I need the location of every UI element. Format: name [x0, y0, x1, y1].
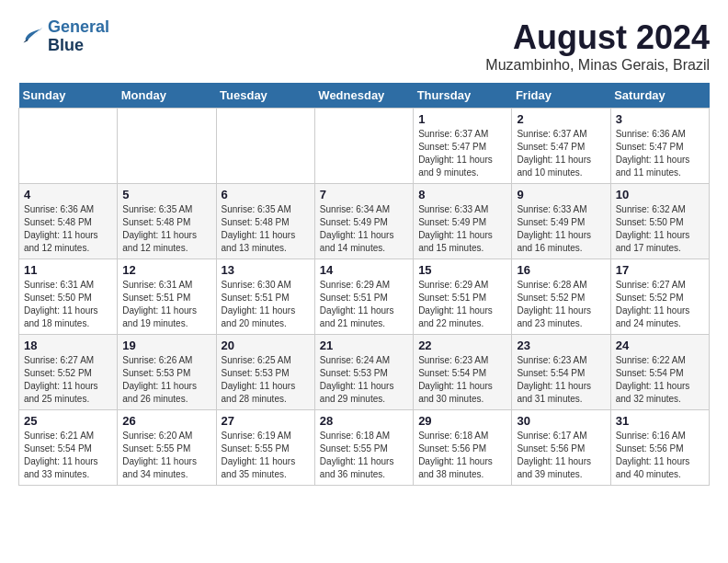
day-info: Sunrise: 6:33 AM Sunset: 5:49 PM Dayligh… [418, 203, 506, 255]
day-number: 26 [122, 414, 210, 428]
day-info: Sunrise: 6:31 AM Sunset: 5:50 PM Dayligh… [24, 279, 112, 330]
day-info: Sunrise: 6:27 AM Sunset: 5:52 PM Dayligh… [24, 354, 112, 406]
title-block: August 2024 Muzambinho, Minas Gerais, Br… [485, 18, 710, 74]
day-number: 4 [24, 188, 112, 201]
header-thursday: Thursday [414, 83, 512, 109]
day-cell [216, 109, 314, 184]
day-number: 16 [517, 263, 605, 277]
day-info: Sunrise: 6:21 AM Sunset: 5:54 PM Dayligh… [24, 430, 112, 481]
day-cell: 8Sunrise: 6:33 AM Sunset: 5:49 PM Daylig… [414, 184, 512, 259]
day-info: Sunrise: 6:17 AM Sunset: 5:56 PM Dayligh… [517, 430, 605, 481]
day-info: Sunrise: 6:19 AM Sunset: 5:55 PM Dayligh… [222, 430, 310, 481]
day-cell: 6Sunrise: 6:35 AM Sunset: 5:48 PM Daylig… [216, 184, 314, 259]
day-number: 28 [320, 414, 408, 428]
day-number: 31 [616, 414, 704, 428]
day-cell: 29Sunrise: 6:18 AM Sunset: 5:56 PM Dayli… [414, 410, 512, 486]
day-info: Sunrise: 6:37 AM Sunset: 5:47 PM Dayligh… [517, 128, 605, 179]
day-cell: 15Sunrise: 6:29 AM Sunset: 5:51 PM Dayli… [414, 259, 512, 335]
day-number: 23 [517, 339, 605, 352]
day-cell: 27Sunrise: 6:19 AM Sunset: 5:55 PM Dayli… [216, 410, 314, 486]
day-cell: 22Sunrise: 6:23 AM Sunset: 5:54 PM Dayli… [414, 335, 512, 410]
day-number: 5 [122, 188, 210, 201]
day-cell: 16Sunrise: 6:28 AM Sunset: 5:52 PM Dayli… [512, 259, 610, 335]
day-number: 10 [616, 188, 704, 201]
day-number: 25 [24, 414, 112, 428]
week-row-5: 25Sunrise: 6:21 AM Sunset: 5:54 PM Dayli… [19, 410, 710, 486]
day-number: 20 [222, 339, 310, 352]
calendar-table: SundayMondayTuesdayWednesdayThursdayFrid… [18, 83, 710, 486]
day-info: Sunrise: 6:35 AM Sunset: 5:48 PM Dayligh… [222, 203, 310, 255]
day-number: 30 [517, 414, 605, 428]
day-info: Sunrise: 6:16 AM Sunset: 5:56 PM Dayligh… [616, 430, 704, 481]
day-cell: 28Sunrise: 6:18 AM Sunset: 5:55 PM Dayli… [314, 410, 413, 486]
day-info: Sunrise: 6:30 AM Sunset: 5:51 PM Dayligh… [222, 279, 310, 330]
day-info: Sunrise: 6:23 AM Sunset: 5:54 PM Dayligh… [418, 354, 506, 406]
day-info: Sunrise: 6:28 AM Sunset: 5:52 PM Dayligh… [517, 279, 605, 330]
day-info: Sunrise: 6:22 AM Sunset: 5:54 PM Dayligh… [616, 354, 704, 406]
day-number: 6 [222, 188, 310, 201]
week-row-1: 1Sunrise: 6:37 AM Sunset: 5:47 PM Daylig… [19, 109, 710, 184]
day-cell: 7Sunrise: 6:34 AM Sunset: 5:49 PM Daylig… [314, 184, 413, 259]
day-info: Sunrise: 6:27 AM Sunset: 5:52 PM Dayligh… [616, 279, 704, 330]
day-cell [19, 109, 118, 184]
day-number: 8 [418, 188, 506, 201]
day-number: 7 [320, 188, 408, 201]
day-cell: 26Sunrise: 6:20 AM Sunset: 5:55 PM Dayli… [118, 410, 216, 486]
logo: General Blue [18, 18, 109, 55]
day-cell: 3Sunrise: 6:36 AM Sunset: 5:47 PM Daylig… [610, 109, 709, 184]
day-number: 11 [24, 263, 112, 277]
day-number: 19 [122, 339, 210, 352]
header-saturday: Saturday [610, 83, 709, 109]
calendar-header-row: SundayMondayTuesdayWednesdayThursdayFrid… [19, 83, 710, 109]
day-cell: 11Sunrise: 6:31 AM Sunset: 5:50 PM Dayli… [19, 259, 118, 335]
month-title: August 2024 [485, 18, 710, 57]
day-cell: 13Sunrise: 6:30 AM Sunset: 5:51 PM Dayli… [216, 259, 314, 335]
day-cell: 9Sunrise: 6:33 AM Sunset: 5:49 PM Daylig… [512, 184, 610, 259]
day-number: 9 [517, 188, 605, 201]
day-info: Sunrise: 6:36 AM Sunset: 5:47 PM Dayligh… [616, 128, 704, 179]
day-cell [314, 109, 413, 184]
day-cell: 24Sunrise: 6:22 AM Sunset: 5:54 PM Dayli… [610, 335, 709, 410]
header-tuesday: Tuesday [216, 83, 314, 109]
day-info: Sunrise: 6:29 AM Sunset: 5:51 PM Dayligh… [320, 279, 408, 330]
day-number: 18 [24, 339, 112, 352]
day-info: Sunrise: 6:35 AM Sunset: 5:48 PM Dayligh… [122, 203, 210, 255]
day-number: 12 [122, 263, 210, 277]
day-number: 24 [616, 339, 704, 352]
page-header: General Blue August 2024 Muzambinho, Min… [18, 18, 710, 74]
day-cell: 2Sunrise: 6:37 AM Sunset: 5:47 PM Daylig… [512, 109, 610, 184]
day-cell: 12Sunrise: 6:31 AM Sunset: 5:51 PM Dayli… [118, 259, 216, 335]
day-cell: 19Sunrise: 6:26 AM Sunset: 5:53 PM Dayli… [118, 335, 216, 410]
day-number: 17 [616, 263, 704, 277]
day-cell: 25Sunrise: 6:21 AM Sunset: 5:54 PM Dayli… [19, 410, 118, 486]
day-cell: 30Sunrise: 6:17 AM Sunset: 5:56 PM Dayli… [512, 410, 610, 486]
week-row-4: 18Sunrise: 6:27 AM Sunset: 5:52 PM Dayli… [19, 335, 710, 410]
day-info: Sunrise: 6:20 AM Sunset: 5:55 PM Dayligh… [122, 430, 210, 481]
day-cell: 10Sunrise: 6:32 AM Sunset: 5:50 PM Dayli… [610, 184, 709, 259]
day-cell: 31Sunrise: 6:16 AM Sunset: 5:56 PM Dayli… [610, 410, 709, 486]
day-cell: 1Sunrise: 6:37 AM Sunset: 5:47 PM Daylig… [414, 109, 512, 184]
header-friday: Friday [512, 83, 610, 109]
logo-icon [18, 24, 44, 50]
day-info: Sunrise: 6:34 AM Sunset: 5:49 PM Dayligh… [320, 203, 408, 255]
day-info: Sunrise: 6:36 AM Sunset: 5:48 PM Dayligh… [24, 203, 112, 255]
day-info: Sunrise: 6:23 AM Sunset: 5:54 PM Dayligh… [517, 354, 605, 406]
day-cell: 23Sunrise: 6:23 AM Sunset: 5:54 PM Dayli… [512, 335, 610, 410]
day-cell: 21Sunrise: 6:24 AM Sunset: 5:53 PM Dayli… [314, 335, 413, 410]
week-row-3: 11Sunrise: 6:31 AM Sunset: 5:50 PM Dayli… [19, 259, 710, 335]
week-row-2: 4Sunrise: 6:36 AM Sunset: 5:48 PM Daylig… [19, 184, 710, 259]
day-cell: 14Sunrise: 6:29 AM Sunset: 5:51 PM Dayli… [314, 259, 413, 335]
day-number: 22 [418, 339, 506, 352]
day-info: Sunrise: 6:18 AM Sunset: 5:55 PM Dayligh… [320, 430, 408, 481]
day-info: Sunrise: 6:24 AM Sunset: 5:53 PM Dayligh… [320, 354, 408, 406]
day-info: Sunrise: 6:33 AM Sunset: 5:49 PM Dayligh… [517, 203, 605, 255]
header-sunday: Sunday [19, 83, 118, 109]
day-number: 29 [418, 414, 506, 428]
day-info: Sunrise: 6:31 AM Sunset: 5:51 PM Dayligh… [122, 279, 210, 330]
day-number: 27 [222, 414, 310, 428]
day-number: 21 [320, 339, 408, 352]
day-cell: 4Sunrise: 6:36 AM Sunset: 5:48 PM Daylig… [19, 184, 118, 259]
day-cell: 17Sunrise: 6:27 AM Sunset: 5:52 PM Dayli… [610, 259, 709, 335]
day-number: 1 [418, 112, 506, 126]
header-monday: Monday [118, 83, 216, 109]
